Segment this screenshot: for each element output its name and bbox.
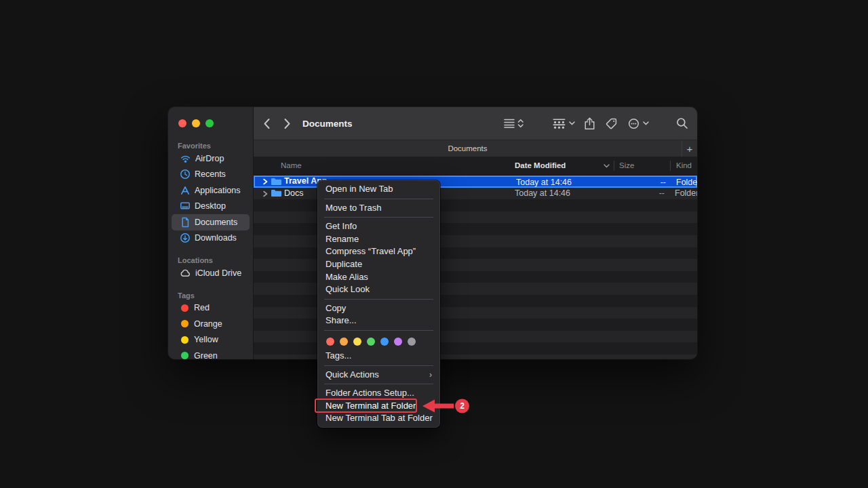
chevron-down-icon xyxy=(569,121,575,125)
tab-bar: Documents + xyxy=(254,140,697,157)
menu-item-compress[interactable]: Compress “Travel App” xyxy=(317,245,440,258)
sidebar-item-label: Red xyxy=(194,303,210,312)
purple-tag-dot[interactable] xyxy=(394,338,402,346)
sidebar-item-label: Desktop xyxy=(195,201,226,211)
red-tag-dot[interactable] xyxy=(326,338,334,346)
sidebar-item-tag-orange[interactable]: Orange xyxy=(172,316,250,332)
sidebar-item-tag-green[interactable]: Green xyxy=(172,348,250,359)
menu-item-label: Folder Actions Setup... xyxy=(326,388,414,398)
zoom-button[interactable] xyxy=(205,119,214,127)
disclosure-chevron-icon[interactable] xyxy=(262,178,268,185)
sidebar-item-applications[interactable]: Applications xyxy=(172,182,250,199)
minimize-button[interactable] xyxy=(192,119,200,127)
downloads-icon xyxy=(180,232,191,243)
add-tab-button[interactable]: + xyxy=(682,140,697,157)
orange-tag-dot[interactable] xyxy=(340,338,348,346)
menu-item-move-to-trash[interactable]: Move to Trash xyxy=(317,202,440,215)
menu-item-duplicate[interactable]: Duplicate xyxy=(317,258,440,271)
view-list-button[interactable] xyxy=(504,107,524,140)
traffic-lights xyxy=(178,119,214,127)
menu-item-label: Duplicate xyxy=(326,259,362,269)
ellipsis-circle-icon xyxy=(628,118,639,129)
menu-item-get-info[interactable]: Get Info xyxy=(317,220,440,233)
menu-separator xyxy=(324,299,433,300)
menu-item-make-alias[interactable]: Make Alias xyxy=(317,271,440,284)
gray-tag-dot[interactable] xyxy=(408,338,416,346)
sidebar-item-label: AirDrop xyxy=(195,154,224,163)
menu-item-label: Rename xyxy=(326,234,359,244)
sidebar-item-airdrop[interactable]: AirDrop xyxy=(172,150,250,167)
menu-item-copy[interactable]: Copy xyxy=(317,302,440,315)
menu-item-open-in-new-tab[interactable]: Open in New Tab xyxy=(317,183,440,196)
menu-item-label: Move to Trash xyxy=(326,203,381,213)
clock-icon xyxy=(180,169,191,180)
search-icon xyxy=(676,117,688,129)
tag-button[interactable] xyxy=(606,107,617,140)
sidebar-item-documents[interactable]: Documents xyxy=(172,214,250,230)
sidebar-item-label: Yellow xyxy=(194,335,218,344)
file-kind: Folder xyxy=(675,188,697,200)
chevron-left-icon xyxy=(265,119,269,128)
sidebar-item-desktop[interactable]: Desktop xyxy=(172,199,250,215)
menu-item-new-terminal-tab-at-folder[interactable]: New Terminal Tab at Folder xyxy=(317,412,440,425)
menu-item-tags[interactable]: Tags... xyxy=(317,350,440,363)
column-header: Name Date Modified Size Kind xyxy=(254,157,697,176)
sidebar-item-downloads[interactable]: Downloads xyxy=(172,230,250,247)
group-by-button[interactable] xyxy=(553,107,575,140)
tab-documents[interactable]: Documents xyxy=(254,140,682,157)
column-divider[interactable] xyxy=(614,161,614,171)
sidebar-item-icloud-drive[interactable]: iCloud Drive xyxy=(172,265,250,281)
yellow-tag-dot[interactable] xyxy=(353,338,361,346)
column-name[interactable]: Name xyxy=(281,157,302,174)
group-icon xyxy=(553,119,566,129)
column-kind[interactable]: Kind xyxy=(676,157,692,174)
menu-separator xyxy=(324,330,433,331)
menu-item-rename[interactable]: Rename xyxy=(317,233,440,246)
sidebar-item-tag-red[interactable]: Red xyxy=(172,300,250,317)
sidebar-item-label: Downloads xyxy=(195,233,237,243)
sidebar-item-label: iCloud Drive xyxy=(195,268,241,278)
sidebar-section-favorites: Favorites xyxy=(168,141,253,150)
yellow-tag-icon xyxy=(181,336,189,344)
list-view-icon xyxy=(504,118,524,129)
menu-item-label: Compress “Travel App” xyxy=(326,246,416,256)
menu-item-quick-actions[interactable]: Quick Actions › xyxy=(317,369,440,382)
folder-icon xyxy=(271,178,282,186)
menu-item-quick-look[interactable]: Quick Look xyxy=(317,283,440,296)
menu-separator xyxy=(324,365,433,366)
sidebar-item-tag-yellow[interactable]: Yellow xyxy=(172,332,250,348)
sidebar-item-label: Orange xyxy=(194,319,222,329)
disclosure-chevron-icon[interactable] xyxy=(262,190,268,197)
file-name: Docs xyxy=(284,188,303,200)
column-divider[interactable] xyxy=(670,161,671,171)
close-button[interactable] xyxy=(178,119,186,127)
desktop-icon xyxy=(180,201,191,211)
toolbar: Documents xyxy=(254,107,697,140)
sidebar-item-label: Applications xyxy=(195,186,240,195)
blue-tag-dot[interactable] xyxy=(380,338,389,346)
sidebar-item-recents[interactable]: Recents xyxy=(172,167,250,183)
share-button[interactable] xyxy=(584,107,595,140)
more-actions-button[interactable] xyxy=(628,107,649,140)
forward-button[interactable] xyxy=(283,107,291,140)
sort-chevron-icon xyxy=(604,164,610,168)
menu-item-label: Get Info xyxy=(326,221,357,231)
back-button[interactable] xyxy=(263,107,271,140)
search-button[interactable] xyxy=(676,107,688,140)
column-size[interactable]: Size xyxy=(619,157,634,174)
menu-tag-colors xyxy=(317,333,440,350)
cloud-icon xyxy=(180,268,191,278)
airdrop-icon xyxy=(180,153,191,164)
menu-item-new-terminal-at-folder[interactable]: New Terminal at Folder 2 xyxy=(317,400,440,413)
document-icon xyxy=(180,217,191,228)
menu-item-label: Share... xyxy=(326,315,357,325)
sidebar-item-label: Recents xyxy=(195,169,226,179)
red-tag-icon xyxy=(181,304,189,312)
menu-item-label: Tags... xyxy=(326,350,351,361)
column-date-modified[interactable]: Date Modified xyxy=(515,157,566,174)
menu-item-label: Quick Actions xyxy=(326,369,379,382)
green-tag-dot[interactable] xyxy=(367,338,375,346)
file-date: Today at 14:46 xyxy=(515,188,570,200)
menu-item-share[interactable]: Share... xyxy=(317,314,440,327)
menu-item-label: Quick Look xyxy=(326,284,370,294)
